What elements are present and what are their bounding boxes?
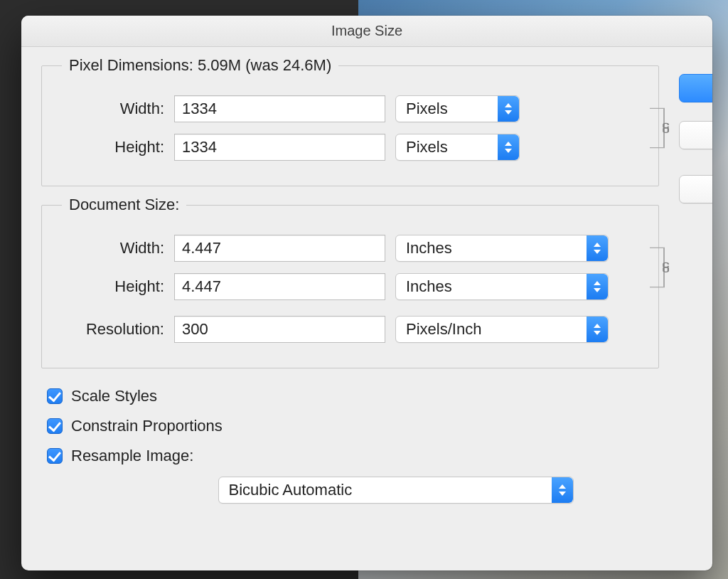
resolution-input[interactable] xyxy=(174,316,385,343)
pixel-height-unit-value: Pixels xyxy=(406,138,448,156)
pixel-height-unit-select[interactable]: Pixels xyxy=(395,134,520,161)
pixel-width-unit-select[interactable]: Pixels xyxy=(395,95,520,122)
scale-styles-label: Scale Styles xyxy=(71,387,157,405)
doc-link-indicator xyxy=(647,245,678,290)
checkbox-checked-icon xyxy=(47,448,63,464)
stepper-icon xyxy=(498,134,519,160)
doc-height-unit-select[interactable]: Inches xyxy=(395,273,609,300)
pixel-link-indicator xyxy=(647,106,678,150)
resample-method-value: Bicubic Automatic xyxy=(229,481,353,499)
doc-width-unit-value: Inches xyxy=(406,239,452,257)
doc-width-unit-select[interactable]: Inches xyxy=(395,235,609,262)
resolution-unit-value: Pixels/Inch xyxy=(406,320,481,339)
pixel-dimensions-group: Pixel Dimensions: 5.09M (was 24.6M) Widt… xyxy=(41,65,659,186)
constrain-proportions-checkbox[interactable]: Constrain Proportions xyxy=(47,417,659,435)
pixel-width-unit-value: Pixels xyxy=(406,100,448,118)
ok-button[interactable]: OK xyxy=(679,74,712,102)
resample-image-checkbox[interactable]: Resample Image: xyxy=(47,447,659,465)
doc-height-unit-value: Inches xyxy=(406,277,452,296)
document-size-group: Document Size: Width: Inches Height: xyxy=(41,205,659,368)
document-size-legend: Document Size: xyxy=(62,196,186,214)
checkbox-checked-icon xyxy=(47,418,63,434)
auto-button[interactable]: Auto... xyxy=(679,175,712,203)
stepper-icon xyxy=(552,477,573,503)
resample-method-select[interactable]: Bicubic Automatic xyxy=(218,477,574,504)
doc-height-label: Height: xyxy=(58,277,164,296)
checkbox-checked-icon xyxy=(47,388,63,404)
stepper-icon xyxy=(587,317,608,342)
stepper-icon xyxy=(587,235,608,261)
pixel-width-label: Width: xyxy=(58,100,164,118)
pixel-height-label: Height: xyxy=(58,138,164,156)
pixel-width-input[interactable] xyxy=(174,95,385,122)
pixel-height-input[interactable] xyxy=(174,134,385,161)
stepper-icon xyxy=(498,96,519,122)
cancel-button[interactable]: Cancel xyxy=(679,121,712,149)
doc-width-label: Width: xyxy=(58,239,164,257)
resample-image-label: Resample Image: xyxy=(71,447,193,465)
doc-width-input[interactable] xyxy=(174,235,385,262)
image-size-dialog: Image Size Pixel Dimensions: 5.09M (was … xyxy=(21,16,712,570)
resolution-unit-select[interactable]: Pixels/Inch xyxy=(395,316,609,343)
pixel-dimensions-legend: Pixel Dimensions: 5.09M (was 24.6M) xyxy=(62,56,338,75)
resolution-label: Resolution: xyxy=(58,320,164,339)
doc-height-input[interactable] xyxy=(174,273,385,300)
dialog-titlebar: Image Size xyxy=(21,16,712,47)
constrain-proportions-label: Constrain Proportions xyxy=(71,417,223,435)
scale-styles-checkbox[interactable]: Scale Styles xyxy=(47,387,659,405)
dialog-title: Image Size xyxy=(331,23,402,39)
stepper-icon xyxy=(587,274,608,299)
